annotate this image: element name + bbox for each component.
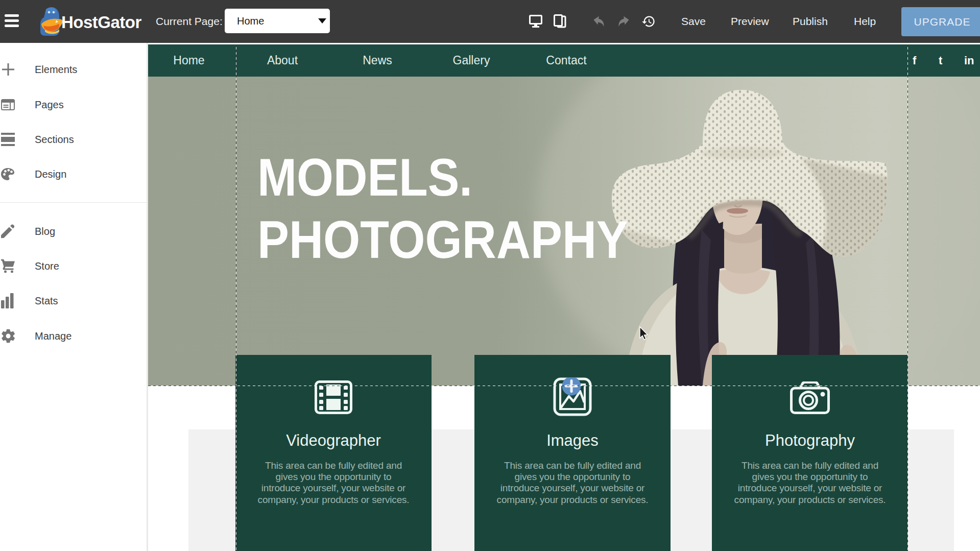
svg-text:PHOTOGRAPHY: PHOTOGRAPHY [257, 210, 628, 269]
svg-text:MODELS.: MODELS. [257, 148, 472, 207]
